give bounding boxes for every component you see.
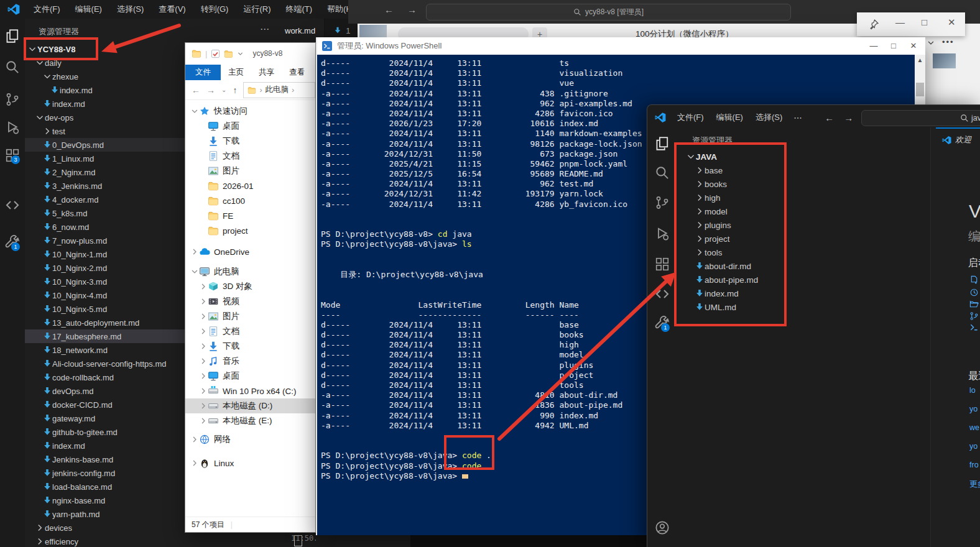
folderopen-icon[interactable] [969, 300, 979, 309]
recent-link[interactable]: we [969, 423, 979, 432]
menu-终端(T)[interactable]: 终端(T) [278, 4, 320, 14]
chevron-right-icon[interactable] [199, 312, 208, 321]
explorer-item-下载[interactable]: 下载 [185, 134, 315, 149]
folder-item-base[interactable]: base [677, 163, 930, 177]
explorer-item-3D 对象[interactable]: 3D 对象 [185, 279, 315, 294]
ribbon-tab-主页[interactable]: 主页 [221, 65, 251, 80]
explorer-item-下载[interactable]: 下载 [185, 339, 315, 354]
scm-activity-icon[interactable] [655, 195, 670, 210]
folder-item-high[interactable]: high [677, 191, 930, 205]
explorer-item-Linux[interactable]: Linux [185, 456, 315, 471]
ribbon-tab-共享[interactable]: 共享 [251, 65, 282, 80]
debug-activity-icon[interactable] [5, 120, 20, 135]
explorer-item-音乐[interactable]: 音乐 [185, 354, 315, 369]
menu-查看(V)[interactable]: 查看(V) [151, 4, 193, 14]
forward-icon[interactable]: → [206, 85, 215, 95]
command-center-search[interactable]: ycy88-v8 [管理员] [426, 4, 791, 21]
explorer-item-OneDrive[interactable]: OneDrive [185, 244, 315, 259]
search-activity-icon[interactable] [5, 60, 20, 75]
recent-link[interactable]: lo [969, 386, 976, 395]
extensions-activity-icon[interactable] [655, 257, 670, 272]
explorer-item-桌面[interactable]: 桌面 [185, 369, 315, 384]
recent-link[interactable]: yo [969, 405, 978, 413]
angles-activity-icon[interactable] [5, 198, 20, 213]
more-link[interactable]: 更多... [969, 479, 980, 490]
maximize-button[interactable]: □ [922, 17, 927, 27]
menu-编辑(E)[interactable]: 编辑(E) [68, 4, 109, 14]
chevron-right-icon[interactable] [199, 297, 208, 306]
explorer-item-FE[interactable]: FE [185, 208, 315, 223]
chevron-right-icon[interactable] [199, 282, 208, 291]
folder-item-books[interactable]: books [677, 177, 930, 191]
explorer-item-本地磁盘 (E:)[interactable]: 本地磁盘 (E:) [185, 413, 315, 428]
explorer-item-网络[interactable]: 网络 [185, 432, 315, 447]
explorer-item-视频[interactable]: 视频 [185, 294, 315, 309]
folder-item-efficiency[interactable]: efficiency [25, 535, 276, 547]
menu-转到(G)[interactable]: 转到(G) [193, 4, 236, 14]
chevron-right-icon[interactable] [199, 342, 208, 351]
menu-overflow-icon[interactable]: ⋯ [788, 113, 807, 122]
tab-welcome[interactable]: 欢迎 [936, 127, 980, 151]
pin-icon[interactable] [868, 19, 879, 30]
history-icon[interactable] [969, 288, 979, 297]
scm-activity-icon[interactable] [5, 92, 20, 107]
explorer-item-图片[interactable]: 图片 [185, 309, 315, 324]
file-item-UML.md[interactable]: UML.md [677, 300, 930, 314]
chevron-right-icon[interactable] [190, 435, 199, 444]
scroll-up-icon[interactable]: ▲ [915, 55, 925, 65]
menu-编辑(E)[interactable]: 编辑(E) [710, 113, 749, 122]
file-item-about-dir.md[interactable]: about-dir.md [677, 259, 930, 273]
folder-item-project[interactable]: project [677, 232, 930, 246]
branch-icon[interactable] [969, 311, 979, 321]
history-nav[interactable]: ← → [825, 113, 853, 123]
search-activity-icon[interactable] [655, 165, 670, 180]
explorer-item-此电脑[interactable]: 此电脑 [185, 264, 315, 279]
folder-item-tools[interactable]: tools [677, 246, 930, 259]
chevron-right-icon[interactable] [199, 372, 208, 380]
more-options-icon[interactable]: ••• [942, 37, 955, 47]
recent-locations-icon[interactable]: ⌄ [221, 86, 226, 93]
menu-运行(R)[interactable]: 运行(R) [236, 4, 278, 14]
menu-文件(F)[interactable]: 文件(F) [671, 113, 710, 122]
maximize-button[interactable]: □ [884, 40, 903, 52]
background-nav-arrows[interactable]: ← → [384, 4, 417, 15]
folder-item-model[interactable]: model [677, 205, 930, 218]
angles-activity-icon[interactable] [655, 287, 670, 301]
recent-link[interactable]: fro [969, 461, 979, 469]
close-button[interactable]: ✕ [948, 17, 956, 28]
chevron-right-icon[interactable] [199, 327, 208, 336]
explorer-item-project[interactable]: project [185, 223, 315, 238]
chevron-right-icon[interactable] [190, 247, 199, 256]
ribbon-tab-文件[interactable]: 文件 [185, 65, 221, 80]
explorer-item-文档[interactable]: 文档 [185, 149, 315, 163]
customize-toolbar-icon[interactable] [237, 50, 244, 57]
folder-item-plugins[interactable]: plugins [677, 218, 930, 232]
chevron-right-icon[interactable] [199, 387, 208, 395]
explorer-item-cc100[interactable]: cc100 [185, 193, 315, 208]
files-activity-icon[interactable] [5, 29, 20, 44]
explorer-item-图片[interactable]: 图片 [185, 163, 315, 178]
minimize-button[interactable]: — [895, 17, 905, 27]
chevron-right-icon[interactable] [199, 402, 208, 410]
scrollbar-thumb[interactable] [916, 83, 924, 96]
chevron-right-icon[interactable] [190, 459, 199, 467]
minimize-button[interactable]: — [864, 40, 883, 52]
add-note-button[interactable]: + [532, 27, 547, 37]
account-icon[interactable] [655, 520, 670, 535]
menu-选择(S)[interactable]: 选择(S) [749, 113, 788, 122]
ribbon-tab-查看[interactable]: 查看 [282, 65, 312, 80]
chevron-right-icon[interactable] [199, 357, 208, 365]
debug-activity-icon[interactable] [655, 226, 670, 241]
newfile-icon[interactable] [969, 275, 979, 285]
new-folder-icon[interactable] [224, 49, 233, 58]
properties-check-icon[interactable] [211, 49, 220, 58]
explorer-item-Win 10 Pro x64 (C:)[interactable]: Win 10 Pro x64 (C:) [185, 384, 315, 398]
chevron-down-icon[interactable] [190, 107, 199, 116]
chevron-down-icon[interactable] [927, 39, 935, 47]
file-item-about-pipe.md[interactable]: about-pipe.md [677, 273, 930, 287]
up-icon[interactable]: ↑ [233, 85, 237, 95]
menu-文件(F)[interactable]: 文件(F) [26, 4, 68, 14]
menu-选择(S)[interactable]: 选择(S) [109, 4, 151, 14]
close-button[interactable]: ✕ [904, 40, 923, 52]
folder-item-JAVA[interactable]: JAVA [677, 150, 930, 163]
